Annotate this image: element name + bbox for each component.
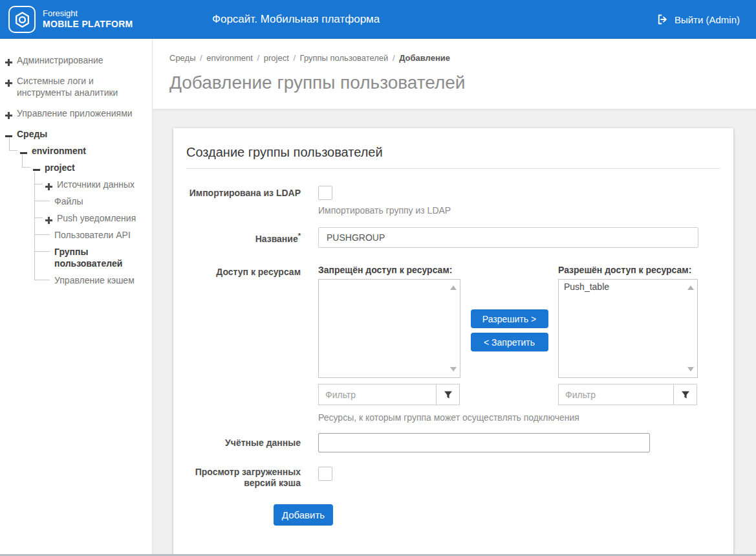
sidebar-item-label: Группы пользователей [54,246,146,269]
sidebar-item-label: Файлы [54,195,146,207]
breadcrumb-separator: / [253,53,264,63]
page-head: Среды / environment / project / Группы п… [153,39,756,109]
sidebar-item-label: Источники данных [57,179,146,190]
resources-row: Доступ к ресурсам Запрещён доступ к ресу… [186,265,720,423]
expand-plus-icon[interactable] [5,78,12,85]
expand-plus-icon[interactable] [45,181,52,188]
denied-filter-input[interactable] [318,384,437,405]
ldap-row: Импортирована из LDAP Импортировать груп… [186,186,720,216]
funnel-icon [444,390,453,399]
sidebar-item-files[interactable]: Файлы [34,193,152,210]
tree-tick-connector [34,212,43,218]
sidebar-tree: АдминистрированиеСистемные логи и инстру… [0,52,152,289]
allowed-filter-row [558,384,698,405]
app-logo[interactable]: Foresight MOBILE PLATFORM [0,6,133,33]
tree-elbow-connector [22,154,30,168]
cache-label: Просмотр загруженных версий кэша [186,467,301,489]
name-row: Название* [186,227,720,248]
sidebar-item-data-sources[interactable]: Источники данных [34,176,152,193]
tree-tick-connector [34,195,50,201]
scroll-up-icon[interactable] [450,285,457,290]
logout-button[interactable]: Выйти (Admin) [656,0,740,39]
sign-out-icon [656,14,668,25]
sidebar-item-environments[interactable]: Среды [0,126,152,142]
resources-label: Доступ к ресурсам [186,265,301,423]
expand-plus-icon[interactable] [45,215,52,222]
tree-elbow-connector [9,137,17,151]
expand-plus-icon[interactable] [5,57,12,64]
expand-plus-icon[interactable] [5,110,12,117]
sidebar-item-cache-management[interactable]: Управление кэшем [34,272,152,289]
sidebar-item-push-notifications[interactable]: Push уведомления [34,210,152,227]
breadcrumb-link[interactable]: Среды [169,53,196,63]
ldap-label: Импортирована из LDAP [186,186,301,216]
breadcrumb-current: Добавление [399,53,450,63]
denied-filter-row [318,384,460,405]
resource-item[interactable]: Push_table [559,280,697,294]
scroll-up-icon[interactable] [687,285,694,290]
allow-button[interactable]: Разрешить > [471,309,548,328]
allowed-filter-input[interactable] [558,384,674,405]
sidebar-item-administration[interactable]: Администрирование [0,52,152,69]
tree-tick-connector [34,274,50,280]
sidebar-item-user-groups[interactable]: Группы пользователей [34,243,152,272]
ldap-checkbox[interactable] [318,186,332,200]
denied-list-label: Запрещён доступ к ресурсам: [318,265,460,275]
credentials-input[interactable] [318,433,650,452]
sidebar-item-label: environment [32,145,146,157]
scroll-down-icon[interactable] [687,367,694,372]
sidebar: АдминистрированиеСистемные логи и инстру… [0,39,153,554]
scroll-down-icon[interactable] [450,367,457,372]
allowed-list-label: Разрешён доступ к ресурсам: [558,265,698,275]
add-button[interactable]: Добавить [274,504,333,526]
sidebar-item-label: Управление приложениями [17,107,146,119]
ldap-helper-text: Импортировать группу из LDAP [318,205,720,216]
foresight-hexagon-icon [8,6,36,33]
main-content: Среды / environment / project / Группы п… [153,39,756,554]
breadcrumb-link[interactable]: environment [206,53,253,63]
sidebar-item-label: Администрирование [17,54,146,66]
tree-tick-connector [34,178,43,184]
required-asterisk: * [298,232,301,239]
allowed-resources-listbox[interactable]: Push_table [558,279,698,378]
denied-resources-listbox[interactable] [318,279,460,378]
breadcrumb-link[interactable]: Группы пользователей [300,53,389,63]
tree-vertical-line [34,172,35,280]
app-title: Форсайт. Мобильная платформа [212,0,380,39]
breadcrumb-separator: / [196,53,207,63]
deny-button[interactable]: < Запретить [471,333,548,351]
transfer-buttons: Разрешить > < Запретить [460,265,558,405]
breadcrumb-separator: / [289,53,300,63]
sidebar-item-project[interactable]: project [0,159,152,176]
collapse-minus-icon[interactable] [33,164,40,172]
resources-helper-text: Ресурсы, к которым группа может осуществ… [318,412,720,423]
sidebar-item-label: Push уведомления [57,212,146,224]
app-header: Foresight MOBILE PLATFORM Форсайт. Мобил… [0,0,756,39]
name-input[interactable] [318,227,698,248]
tree-children-group: Источники данныхФайлыPush уведомленияПол… [34,176,152,289]
cache-checkbox[interactable] [318,467,332,481]
sidebar-item-label: Пользователи API [54,229,146,241]
logo-text: Foresight MOBILE PLATFORM [43,9,133,29]
logo-line1: Foresight [43,9,133,19]
breadcrumb-separator: / [388,53,399,63]
submit-row: Добавить [274,504,720,526]
logout-label: Выйти (Admin) [675,14,740,25]
resources-transfer-widget: Запрещён доступ к ресурсам: [318,265,720,405]
breadcrumb-link[interactable]: project [264,53,289,63]
breadcrumb: Среды / environment / project / Группы п… [169,53,739,63]
card-title: Создание группы пользователей [186,145,720,169]
sidebar-item-system-logs[interactable]: Системные логи и инструменты аналитики [0,72,152,101]
allowed-filter-button[interactable] [673,384,697,405]
sidebar-item-app-management[interactable]: Управление приложениями [0,105,152,122]
denied-filter-button[interactable] [436,384,460,405]
sidebar-item-label: Системные логи и инструменты аналитики [17,75,146,98]
tree-tick-connector [34,245,50,252]
sidebar-item-label: project [45,162,146,173]
credentials-label: Учётные данные [186,438,301,449]
tree-tick-connector [34,228,50,235]
cache-row: Просмотр загруженных версий кэша [186,467,720,489]
sidebar-item-api-users[interactable]: Пользователи API [34,227,152,243]
allowed-column: Разрешён доступ к ресурсам: Push_table [558,265,698,405]
group-form: Импортирована из LDAP Импортировать груп… [186,186,720,526]
